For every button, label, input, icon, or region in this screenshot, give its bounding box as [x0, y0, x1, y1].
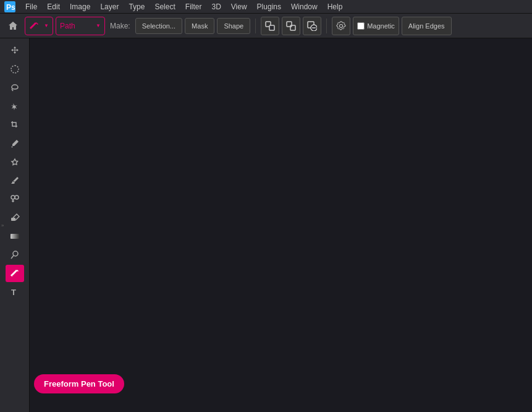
make-label: Make:: [108, 22, 133, 30]
svg-point-13: [15, 195, 19, 199]
svg-rect-14: [11, 218, 15, 221]
lasso-tool[interactable]: [6, 79, 24, 97]
menu-window[interactable]: Window: [287, 1, 322, 12]
subtract-paths-button[interactable]: [303, 17, 321, 35]
menu-type[interactable]: Type: [124, 1, 149, 12]
separator-1: [255, 19, 256, 33]
gradient-tool[interactable]: [6, 228, 24, 245]
menu-bar: Ps File Edit Image Layer Type Select Fil…: [0, 0, 532, 14]
svg-rect-15: [11, 234, 19, 239]
make-selection-button[interactable]: Selection...: [135, 18, 182, 34]
brush-tool[interactable]: [6, 172, 24, 189]
make-mask-button[interactable]: Mask: [185, 18, 214, 34]
sidebar-collapse[interactable]: »: [0, 221, 5, 230]
pen-tool-icon[interactable]: [28, 19, 41, 33]
canvas-area: [30, 38, 532, 412]
pen-tool-dropdown[interactable]: ▼: [43, 19, 50, 33]
new-path-button[interactable]: [261, 17, 279, 35]
home-button[interactable]: [4, 17, 22, 35]
svg-text:T: T: [11, 288, 16, 297]
dodge-tool[interactable]: [6, 246, 24, 264]
path-dropdown[interactable]: Path ▼: [56, 17, 105, 35]
marquee-tool[interactable]: [6, 61, 24, 78]
svg-text:Ps: Ps: [6, 3, 15, 12]
menu-help[interactable]: Help: [323, 1, 347, 12]
menu-file[interactable]: File: [21, 1, 41, 12]
eraser-tool[interactable]: [6, 209, 24, 226]
app-logo: Ps: [4, 1, 16, 13]
options-toolbar: ▼ Path ▼ Make: Selection... Mask Shape: [0, 14, 532, 38]
crop-tool[interactable]: [6, 116, 24, 134]
side-toolbar: »: [0, 38, 30, 412]
menu-layer[interactable]: Layer: [96, 1, 123, 12]
menu-image[interactable]: Image: [65, 1, 95, 12]
svg-point-16: [13, 251, 18, 256]
svg-rect-3: [269, 25, 274, 30]
heal-tool[interactable]: [6, 153, 24, 171]
make-shape-button[interactable]: Shape: [217, 18, 250, 34]
menu-plugins[interactable]: Plugins: [253, 1, 285, 12]
align-edges-button[interactable]: Align Edges: [402, 17, 452, 35]
svg-point-11: [11, 147, 12, 148]
clone-stamp-tool[interactable]: [6, 191, 24, 208]
menu-3d[interactable]: 3D: [207, 1, 225, 12]
separator-2: [326, 19, 327, 33]
magnetic-label[interactable]: Magnetic: [367, 22, 395, 30]
pen-tool-side[interactable]: [6, 265, 24, 282]
main-area: »: [0, 38, 532, 412]
move-tool[interactable]: [6, 42, 24, 59]
magnetic-checkbox[interactable]: [357, 22, 365, 30]
menu-filter[interactable]: Filter: [181, 1, 206, 12]
menu-select[interactable]: Select: [150, 1, 179, 12]
svg-line-17: [11, 255, 14, 259]
eyedropper-tool[interactable]: [6, 135, 24, 152]
path-dropdown-value: Path: [60, 22, 75, 30]
menu-view[interactable]: View: [227, 1, 251, 12]
magnetic-group[interactable]: Magnetic: [353, 17, 399, 35]
pen-tool-group[interactable]: ▼: [25, 17, 53, 35]
object-selection-tool[interactable]: [6, 98, 24, 115]
svg-rect-9: [11, 66, 19, 73]
settings-button[interactable]: [332, 17, 350, 35]
svg-point-12: [11, 195, 15, 199]
menu-edit[interactable]: Edit: [43, 1, 64, 12]
merge-paths-button[interactable]: [282, 17, 300, 35]
text-tool[interactable]: T: [6, 283, 24, 301]
path-dropdown-arrow: ▼: [96, 23, 101, 28]
svg-line-10: [12, 89, 13, 91]
